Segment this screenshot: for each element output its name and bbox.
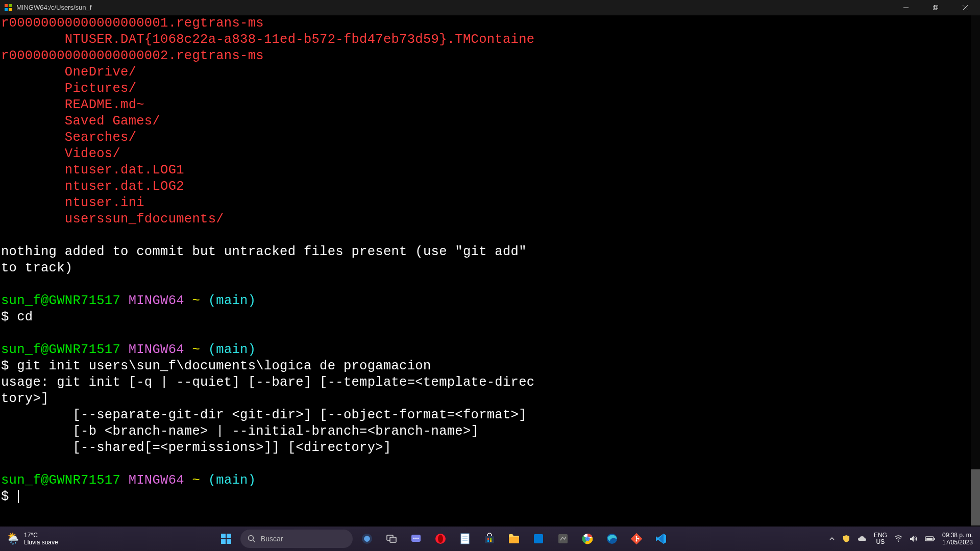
chrome-icon[interactable]	[577, 529, 598, 549]
svg-rect-50	[926, 538, 933, 540]
app-icon-blue[interactable]	[528, 529, 549, 549]
prompt-path: ~	[192, 342, 200, 357]
window-controls	[891, 0, 980, 15]
terminal-output: r00000000000000000001.regtrans-ms NTUSER…	[1, 15, 979, 505]
untracked-file: NTUSER.DAT{1068c22a-a838-11ed-b572-fbd47…	[1, 32, 534, 47]
untracked-file: OneDrive/	[1, 65, 136, 80]
prompt-env: MINGW64	[129, 342, 184, 357]
copilot-icon[interactable]	[357, 529, 377, 549]
cursor	[18, 490, 19, 503]
usage-text: [--separate-git-dir <git-dir>] [--object…	[1, 408, 527, 422]
svg-rect-12	[227, 539, 231, 544]
untracked-file: Saved Games/	[1, 114, 160, 129]
svg-rect-0	[5, 4, 8, 7]
svg-rect-34	[534, 534, 543, 543]
system-icons	[894, 535, 935, 542]
minimize-button[interactable]	[891, 0, 921, 15]
search-icon	[248, 535, 256, 543]
weather-desc: Lluvia suave	[24, 539, 58, 546]
terminal-viewport[interactable]: r00000000000000000001.regtrans-ms NTUSER…	[0, 15, 980, 527]
chat-icon[interactable]	[406, 529, 426, 549]
prompt-env: MINGW64	[129, 293, 184, 308]
battery-icon[interactable]	[925, 536, 935, 542]
untracked-file: r00000000000000000002.regtrans-ms	[1, 48, 264, 63]
store-icon[interactable]	[479, 529, 500, 549]
untracked-file: r00000000000000000001.regtrans-ms	[1, 16, 264, 31]
prompt-path: ~	[192, 293, 200, 308]
opera-icon[interactable]	[430, 529, 451, 549]
untracked-file: Searches/	[1, 130, 136, 145]
svg-rect-29	[487, 538, 489, 540]
titlebar: MINGW64:/c/Users/sun_f	[0, 0, 980, 15]
notepad-icon[interactable]	[455, 529, 475, 549]
search-placeholder: Buscar	[261, 535, 283, 543]
volume-icon[interactable]	[910, 535, 918, 542]
svg-rect-2	[5, 8, 8, 11]
tray-security-icon[interactable]	[842, 535, 850, 543]
tray-chevron-icon[interactable]	[829, 536, 835, 542]
taskbar-left: 🌦️ 17°C Lluvia suave	[0, 532, 58, 546]
svg-rect-6	[935, 5, 938, 9]
clock[interactable]: 09:38 p. m. 17/05/2023	[942, 532, 973, 546]
svg-point-23	[438, 535, 443, 543]
prompt-dollar: $	[1, 489, 17, 504]
svg-rect-31	[487, 540, 489, 542]
time-text: 09:38 p. m.	[942, 532, 973, 539]
svg-rect-5	[933, 6, 937, 10]
maximize-button[interactable]	[921, 0, 950, 15]
scrollbar-track[interactable]	[971, 15, 980, 527]
git-status-text: nothing added to commit but untracked fi…	[1, 244, 527, 259]
prompt-branch: (main)	[208, 293, 256, 308]
taskbar-right: ENG US 09:38 p. m. 17/05/2023	[829, 532, 980, 546]
weather-text: 17°C Lluvia suave	[24, 532, 58, 546]
app-icon-gray[interactable]	[553, 529, 573, 549]
weather-widget[interactable]: 🌦️ 17°C Lluvia suave	[6, 532, 58, 546]
taskbar: 🌦️ 17°C Lluvia suave Buscar	[0, 527, 980, 551]
svg-rect-3	[9, 8, 12, 11]
edge-icon[interactable]	[602, 529, 622, 549]
command-text: $ cd	[1, 310, 33, 324]
explorer-icon[interactable]	[504, 529, 524, 549]
date-text: 17/05/2023	[942, 539, 973, 546]
close-button[interactable]	[950, 0, 980, 15]
svg-rect-11	[221, 539, 226, 544]
task-view-icon[interactable]	[381, 529, 402, 549]
weather-icon: 🌦️	[6, 532, 20, 545]
prompt-env: MINGW64	[129, 473, 184, 488]
start-button[interactable]	[216, 529, 236, 549]
weather-temp: 17°C	[24, 532, 58, 539]
untracked-file: userssun_fdocuments/	[1, 212, 224, 227]
git-icon[interactable]	[626, 529, 647, 549]
untracked-file: ntuser.dat.LOG2	[1, 179, 184, 194]
svg-point-21	[418, 538, 419, 539]
svg-rect-9	[221, 534, 226, 538]
svg-point-20	[415, 538, 417, 539]
svg-rect-24	[461, 534, 469, 544]
svg-rect-32	[490, 540, 492, 542]
vscode-icon[interactable]	[651, 529, 671, 549]
svg-rect-49	[934, 538, 935, 540]
tray-onedrive-icon[interactable]	[857, 536, 867, 542]
window-title: MINGW64:/c/Users/sun_f	[16, 4, 891, 11]
svg-point-19	[413, 538, 415, 539]
svg-point-13	[248, 536, 253, 541]
svg-point-47	[898, 541, 899, 542]
svg-point-39	[586, 537, 589, 540]
svg-rect-1	[9, 4, 12, 7]
language-indicator[interactable]: ENG US	[874, 532, 887, 545]
wifi-icon[interactable]	[894, 535, 902, 542]
prompt-branch: (main)	[208, 473, 256, 488]
svg-rect-17	[390, 537, 396, 542]
untracked-file: Videos/	[1, 146, 120, 161]
untracked-file: Pictures/	[1, 81, 136, 96]
tray-icons	[829, 535, 867, 543]
prompt-path: ~	[192, 473, 200, 488]
svg-rect-35	[558, 534, 568, 543]
taskbar-center: Buscar	[58, 529, 829, 549]
prompt-user: sun_f@GWNR71517	[1, 293, 120, 308]
untracked-file: ntuser.ini	[1, 195, 144, 210]
scrollbar-thumb[interactable]	[971, 469, 980, 525]
svg-line-14	[253, 540, 255, 543]
app-icon	[4, 4, 12, 12]
search-box[interactable]: Buscar	[240, 530, 353, 548]
